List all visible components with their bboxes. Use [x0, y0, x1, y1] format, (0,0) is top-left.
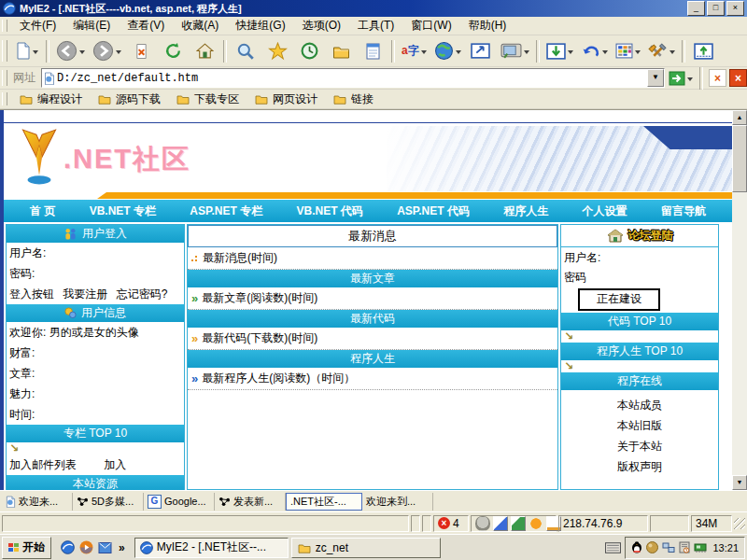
- media-player-icon[interactable]: [79, 540, 93, 554]
- new-page-button[interactable]: [12, 37, 42, 65]
- fonts-button[interactable]: a字: [399, 37, 430, 65]
- links-item-programming[interactable]: 编程设计: [11, 91, 90, 107]
- folder-icon: [297, 542, 312, 553]
- menu-file[interactable]: 文件(F): [11, 16, 64, 35]
- tab-welcome-to[interactable]: 欢迎来到...: [362, 493, 433, 511]
- qq-penguin-icon[interactable]: [631, 541, 642, 553]
- close-button[interactable]: ×: [726, 1, 744, 16]
- quicklaunch-overflow-chevron[interactable]: »: [119, 541, 125, 554]
- resize-grip[interactable]: [734, 518, 745, 529]
- nav-aspnet-code[interactable]: ASP.NET 代码: [397, 203, 470, 219]
- latest-code-item[interactable]: 最新代码(下载数)(时间): [202, 328, 317, 349]
- world-button[interactable]: [431, 37, 464, 65]
- menu-window[interactable]: 窗口(W): [402, 16, 459, 35]
- pages-icon[interactable]: [511, 516, 526, 531]
- site-members-link[interactable]: 本站成员: [561, 395, 718, 415]
- address-dropdown-button[interactable]: ▼: [647, 69, 664, 87]
- address-input[interactable]: [55, 71, 647, 85]
- menu-help[interactable]: 帮助(H): [460, 16, 515, 35]
- nav-home[interactable]: 首 页: [30, 203, 55, 219]
- go-button[interactable]: [666, 67, 696, 90]
- old-site-link[interactable]: 本站旧版: [561, 415, 718, 436]
- taskbar-task-myie2[interactable]: MyIE2 - [.NET社区--...: [134, 538, 289, 558]
- nav-personal-settings[interactable]: 个人设置: [583, 203, 627, 219]
- login-button[interactable]: 登入按钮: [9, 287, 54, 301]
- keyboard-ime-icon[interactable]: [605, 542, 621, 553]
- stop-button[interactable]: [126, 37, 156, 65]
- about-site-link[interactable]: 关于本站: [561, 436, 718, 456]
- links-grip[interactable]: [2, 92, 7, 105]
- undo-button[interactable]: [578, 37, 611, 65]
- links-item-links[interactable]: 链接: [325, 91, 381, 107]
- download-button[interactable]: [543, 37, 576, 65]
- latest-article-item[interactable]: 最新文章(阅读数)(时间): [202, 287, 317, 309]
- forgot-password-link[interactable]: 忘记密码?: [117, 287, 168, 301]
- password-label: 密码:: [7, 263, 184, 284]
- menu-view[interactable]: 查看(V): [119, 16, 173, 35]
- page-scrollbar[interactable]: ▲ ▼: [732, 110, 747, 490]
- network-computers-icon[interactable]: [662, 542, 675, 553]
- maximize-button[interactable]: □: [707, 1, 725, 16]
- mailing-list-join-link[interactable]: 加入: [104, 458, 126, 471]
- links-item-webdesign[interactable]: 网页设计: [247, 91, 325, 107]
- myie2-quicklaunch-icon[interactable]: [61, 540, 75, 554]
- scroll-thumb[interactable]: [732, 125, 747, 192]
- refresh-button[interactable]: [158, 37, 188, 65]
- network-adapter-icon[interactable]: [694, 542, 707, 553]
- home-button[interactable]: [190, 37, 219, 65]
- links-item-source[interactable]: 源码下载: [90, 91, 168, 107]
- nav-vbnet-column[interactable]: VB.NET 专栏: [90, 203, 156, 219]
- folders-button[interactable]: [326, 37, 356, 65]
- tab-google[interactable]: G Google...: [144, 493, 215, 511]
- tab-5d-media[interactable]: 5D多媒...: [73, 493, 144, 511]
- forward-button[interactable]: [90, 37, 124, 65]
- menu-tools[interactable]: 工具(T): [349, 16, 402, 35]
- nav-aspnet-column[interactable]: ASP.NET 专栏: [190, 203, 262, 219]
- tiles-button[interactable]: [613, 37, 643, 65]
- back-button[interactable]: [53, 37, 88, 65]
- nav-programmer-life[interactable]: 程序人生: [503, 203, 548, 219]
- latest-life-item[interactable]: 最新程序人生(阅读数)（时间）: [202, 368, 355, 389]
- scroll-up-button[interactable]: ▲: [732, 110, 747, 125]
- nav-guestbook[interactable]: 留言导航: [661, 203, 706, 219]
- under-construction-button[interactable]: 正在建设: [578, 288, 660, 311]
- address-grip[interactable]: [2, 70, 7, 85]
- latest-news-item[interactable]: 最新消息(时间): [203, 247, 277, 269]
- menu-favorites[interactable]: 收藏(A): [173, 16, 227, 35]
- menu-groups[interactable]: 快捷组(G): [227, 16, 293, 35]
- gold-sphere-icon[interactable]: [646, 541, 658, 553]
- minimize-button[interactable]: _: [687, 1, 705, 16]
- server-clock-icon[interactable]: [679, 541, 690, 553]
- search-button[interactable]: [231, 37, 261, 65]
- mouse-gesture-icon[interactable]: [475, 516, 490, 531]
- notepad-button[interactable]: [358, 37, 388, 65]
- popup-blocker-panel[interactable]: × 4: [433, 515, 469, 532]
- tray-clock[interactable]: 13:21: [712, 542, 739, 553]
- panel-toggle-button[interactable]: [689, 37, 719, 65]
- new-window-button[interactable]: [466, 37, 496, 65]
- brush-icon[interactable]: [493, 516, 508, 531]
- sun-icon[interactable]: [529, 516, 543, 531]
- links-item-download[interactable]: 下载专区: [168, 91, 247, 107]
- history-button[interactable]: [294, 37, 324, 65]
- nav-vbnet-code[interactable]: VB.NET 代码: [296, 203, 362, 219]
- favorites-button[interactable]: [262, 37, 292, 65]
- scroll-down-button[interactable]: ▼: [732, 475, 747, 490]
- menu-grip[interactable]: [2, 20, 7, 32]
- start-button[interactable]: 开始: [2, 537, 51, 559]
- screen-button[interactable]: [498, 37, 532, 65]
- register-link[interactable]: 我要注册: [63, 287, 107, 301]
- tab-net-community-active[interactable]: .NET社区-...: [286, 493, 362, 511]
- menu-edit[interactable]: 编辑(E): [64, 16, 119, 35]
- menu-options[interactable]: 选项(O): [294, 16, 349, 35]
- tab-post-new[interactable]: 发表新...: [215, 493, 286, 511]
- folder-icon: [19, 93, 34, 105]
- close-tab-button[interactable]: ×: [709, 69, 726, 87]
- mail-icon[interactable]: [98, 542, 112, 553]
- close-all-button[interactable]: ×: [729, 69, 747, 87]
- tab-welcome[interactable]: 欢迎来...: [2, 493, 73, 511]
- tools-button[interactable]: [645, 37, 678, 65]
- taskbar-task-zcnet[interactable]: zc_net: [291, 538, 441, 558]
- copyright-link[interactable]: 版权声明: [561, 456, 718, 477]
- toolbar-grip[interactable]: [2, 40, 7, 62]
